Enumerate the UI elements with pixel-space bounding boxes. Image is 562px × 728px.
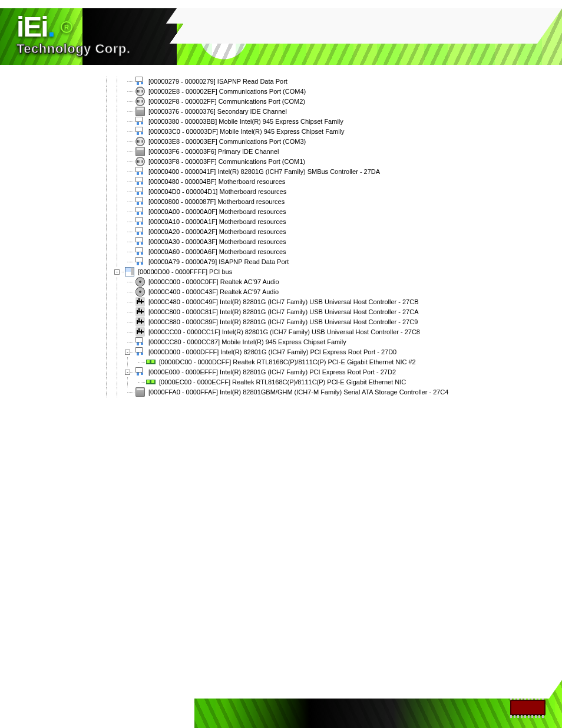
tree-row[interactable]: [00000800 - 0000087F] Motherboard resour… [104,197,469,207]
registered-icon: R [61,21,72,33]
device-icon [135,127,145,136]
tree-row-label: [0000EC00 - 0000ECFF] Realtek RTL8168C(P… [158,378,406,386]
tree-row-label: [0000C880 - 0000C89F] Intel(R) 82801G (I… [147,318,418,325]
tree-row-label: [0000C800 - 0000C81F] Intel(R) 82801G (I… [147,308,419,315]
tree-row[interactable]: [0000DC00 - 0000DCFF] Realtek RTL8168C(P… [104,357,469,367]
header-banner: iEi. R Technology Corp. [0,0,562,65]
device-icon [135,77,145,86]
logo-mark-text: iEi [16,11,48,42]
tree-row[interactable]: [0000C480 - 0000C49F] Intel(R) 82801G (I… [104,297,469,307]
tree-row-label: [0000CC00 - 0000CC1F] Intel(R) 82801G (I… [147,328,420,335]
tree-row-label: [00000376 - 00000376] Secondary IDE Chan… [147,108,287,115]
device-icon [135,167,145,176]
tree-row[interactable]: [000004D0 - 000004D1] Motherboard resour… [104,187,469,197]
tree-row-label: [000004D0 - 000004D1] Motherboard resour… [147,188,286,195]
tree-row-label: [00000A20 - 00000A2F] Motherboard resour… [147,228,286,235]
tree-row-label: [0000C000 - 0000C0FF] Realtek AC'97 Audi… [147,278,279,285]
tree-row-label: [00000A00 - 00000A0F] Motherboard resour… [147,208,286,215]
tree-row[interactable]: [0000C400 - 0000C43F] Realtek AC'97 Audi… [104,287,469,297]
device-icon [135,187,145,196]
tree-row-label: [00000A10 - 00000A1F] Motherboard resour… [147,218,286,225]
tree-row[interactable]: [00000380 - 000003BB] Mobile Intel(R) 94… [104,117,469,127]
usb-icon [135,317,145,327]
tree-row[interactable]: [0000C880 - 0000C89F] Intel(R) 82801G (I… [104,317,469,327]
ide-icon [135,107,145,116]
tree-row[interactable]: [000002F8 - 000002FF] Communications Por… [104,97,469,107]
usb-icon [135,297,145,307]
chip-icon [510,700,546,715]
audio-icon [135,277,145,286]
tree-row[interactable]: [000003F8 - 000003FF] Communications Por… [104,157,469,167]
tree-row[interactable]: [00000A10 - 00000A1F] Motherboard resour… [104,217,469,227]
tree-row[interactable]: [000002E8 - 000002EF] Communications Por… [104,87,469,97]
tree-row[interactable]: -[00000D00 - 0000FFFF] PCI bus [104,267,469,277]
device-icon [135,227,145,236]
tree-row[interactable]: [000003C0 - 000003DF] Mobile Intel(R) 94… [104,127,469,137]
device-icon [135,177,145,186]
tree-row-label: [000003C0 - 000003DF] Mobile Intel(R) 94… [147,128,345,135]
usb-icon [135,307,145,317]
device-icon [135,207,145,216]
tree-row[interactable]: [000003E8 - 000003EF] Communications Por… [104,137,469,147]
port-icon [135,97,145,106]
tree-row[interactable]: [00000A30 - 00000A3F] Motherboard resour… [104,237,469,247]
tree-row[interactable]: [00000279 - 00000279] ISAPNP Read Data P… [104,77,469,87]
footer-banner [0,675,562,728]
tree-row-label: [000003F6 - 000003F6] Primary IDE Channe… [147,148,279,155]
tree-row-label: [00000A60 - 00000A6F] Motherboard resour… [147,248,286,255]
tree-row[interactable]: [000003F6 - 000003F6] Primary IDE Channe… [104,147,469,157]
tree-row[interactable]: [0000CC80 - 0000CC87] Mobile Intel(R) 94… [104,337,469,347]
tree-row[interactable]: [00000A60 - 00000A6F] Motherboard resour… [104,247,469,257]
tree-row[interactable]: [00000400 - 0000041F] Intel(R) 82801G (I… [104,167,469,177]
port-icon [135,87,145,96]
device-icon [135,347,145,357]
tree-row[interactable]: [00000480 - 000004BF] Motherboard resour… [104,177,469,187]
tree-row-label: [00000400 - 0000041F] Intel(R) 82801G (I… [147,168,380,175]
tree-row-label: [00000480 - 000004BF] Motherboard resour… [147,178,285,185]
device-tree: [00000279 - 00000279] ISAPNP Read Data P… [104,77,469,397]
tree-row-label: [0000CC80 - 0000CC87] Mobile Intel(R) 94… [147,338,346,345]
device-icon [135,197,145,206]
device-icon [135,257,145,266]
tree-row-label: [000002E8 - 000002EF] Communications Por… [147,88,306,95]
tree-row-label: [000002F8 - 000002FF] Communications Por… [147,98,305,105]
tree-row[interactable]: -[0000D000 - 0000DFFF] Intel(R) 82801G (… [104,347,469,357]
usb-icon [135,327,145,337]
tree-row-label: [0000DC00 - 0000DCFF] Realtek RTL8168C(P… [158,358,416,365]
device-icon [135,247,145,256]
logo-mark: iEi. [16,13,54,41]
tree-expander[interactable]: - [125,370,130,375]
logo-text: Technology Corp. [16,41,130,57]
logo: iEi. R Technology Corp. [16,13,187,54]
tree-row[interactable]: [0000FFA0 - 0000FFAF] Intel(R) 82801GBM/… [104,387,469,397]
device-icon [135,117,145,126]
computer-icon [125,267,134,276]
ide-icon [135,387,145,397]
port-icon [135,137,145,146]
tree-row[interactable]: [00000A00 - 00000A0F] Motherboard resour… [104,207,469,217]
device-icon [135,237,145,246]
nic-icon [146,377,156,387]
tree-row-label: [0000E000 - 0000EFFF] Intel(R) 82801G (I… [147,368,396,375]
tree-row-label: [00000A79 - 00000A79] ISAPNP Read Data P… [147,258,289,265]
tree-expander[interactable]: - [125,350,130,355]
tree-row[interactable]: [0000C800 - 0000C81F] Intel(R) 82801G (I… [104,307,469,317]
tree-row[interactable]: [0000C000 - 0000C0FF] Realtek AC'97 Audi… [104,277,469,287]
tree-row-label: [00000380 - 000003BB] Mobile Intel(R) 94… [147,118,343,125]
tree-row[interactable]: [0000EC00 - 0000ECFF] Realtek RTL8168C(P… [104,377,469,387]
tree-row[interactable]: [00000A79 - 00000A79] ISAPNP Read Data P… [104,257,469,267]
device-icon [135,367,145,377]
nic-icon [146,357,156,367]
device-icon [135,217,145,226]
tree-row-label: [0000FFA0 - 0000FFAF] Intel(R) 82801GBM/… [147,388,448,396]
tree-row[interactable]: -[0000E000 - 0000EFFF] Intel(R) 82801G (… [104,367,469,377]
device-icon [135,337,145,347]
tree-row-label: [0000D000 - 0000DFFF] Intel(R) 82801G (I… [147,348,396,355]
tree-row[interactable]: [00000376 - 00000376] Secondary IDE Chan… [104,107,469,117]
tree-row-label: [000003E8 - 000003EF] Communications Por… [147,138,306,145]
tree-row[interactable]: [0000CC00 - 0000CC1F] Intel(R) 82801G (I… [104,327,469,337]
tree-row-label: [0000C480 - 0000C49F] Intel(R) 82801G (I… [147,298,419,305]
tree-expander[interactable]: - [114,269,120,275]
ide-icon [135,147,145,156]
tree-row[interactable]: [00000A20 - 00000A2F] Motherboard resour… [104,227,469,237]
